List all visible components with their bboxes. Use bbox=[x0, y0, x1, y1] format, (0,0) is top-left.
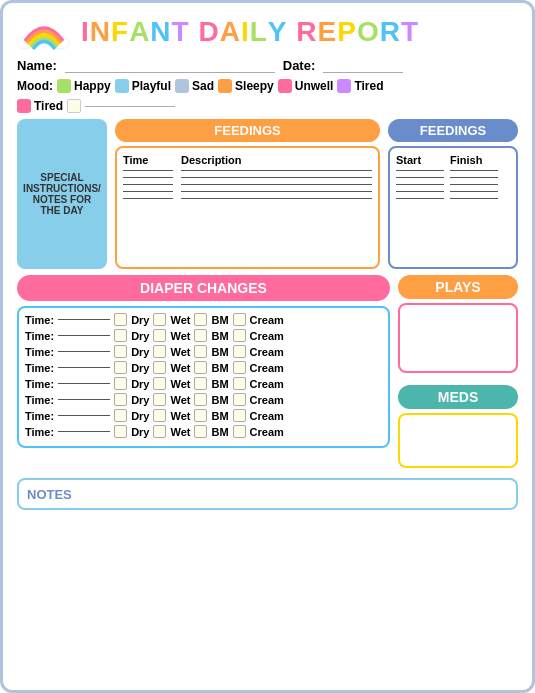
diaper-row-7: Time: Dry Wet BM Cream bbox=[25, 409, 382, 422]
diaper-dry-label-3: Dry bbox=[131, 346, 149, 358]
plays-box bbox=[398, 303, 518, 373]
diaper-dry-4[interactable] bbox=[114, 361, 127, 374]
mood-happy-label: Happy bbox=[74, 79, 111, 93]
feedings-desc-line-4 bbox=[181, 191, 372, 192]
date-input[interactable] bbox=[323, 57, 403, 73]
feedings-right-start-1 bbox=[396, 170, 444, 171]
diaper-wet-1[interactable] bbox=[153, 313, 166, 326]
mood-playful-label: Playful bbox=[132, 79, 171, 93]
feedings-left-header: FEEDINGS bbox=[115, 119, 380, 142]
diaper-wet-8[interactable] bbox=[153, 425, 166, 438]
mood-tired1-label: Tired bbox=[354, 79, 383, 93]
meds-section: MEDS bbox=[398, 385, 518, 468]
diaper-header: DIAPER CHANGES bbox=[17, 275, 390, 301]
feedings-right-header: FEEDINGS bbox=[388, 119, 518, 142]
diaper-cream-4[interactable] bbox=[233, 361, 246, 374]
diaper-wet-5[interactable] bbox=[153, 377, 166, 390]
diaper-wet-label-2: Wet bbox=[170, 330, 190, 342]
diaper-cream-2[interactable] bbox=[233, 329, 246, 342]
diaper-wet-7[interactable] bbox=[153, 409, 166, 422]
mood-playful: Playful bbox=[115, 79, 171, 93]
diaper-bm-label-2: BM bbox=[211, 330, 228, 342]
diaper-dry-label-4: Dry bbox=[131, 362, 149, 374]
diaper-wet-label-8: Wet bbox=[170, 426, 190, 438]
feedings-right-table: Start Finish bbox=[388, 146, 518, 269]
diaper-time-line-3 bbox=[58, 351, 110, 352]
diaper-wet-4[interactable] bbox=[153, 361, 166, 374]
diaper-dry-label-1: Dry bbox=[131, 314, 149, 326]
diaper-dry-6[interactable] bbox=[114, 393, 127, 406]
notes-label: NOTES bbox=[27, 487, 72, 502]
mood-happy-dot bbox=[57, 79, 71, 93]
feedings-right-row-2 bbox=[396, 177, 510, 178]
diaper-dry-8[interactable] bbox=[114, 425, 127, 438]
diaper-cream-7[interactable] bbox=[233, 409, 246, 422]
diaper-bm-2[interactable] bbox=[194, 329, 207, 342]
feedings-time-line-3 bbox=[123, 184, 173, 185]
diaper-time-line-6 bbox=[58, 399, 110, 400]
feedings-time-line-2 bbox=[123, 177, 173, 178]
diaper-time-label-8: Time: bbox=[25, 426, 54, 438]
mood-row2: Tired bbox=[17, 99, 518, 113]
name-input[interactable] bbox=[65, 57, 275, 73]
diaper-bm-8[interactable] bbox=[194, 425, 207, 438]
diaper-time-line-8 bbox=[58, 431, 110, 432]
diaper-bm-6[interactable] bbox=[194, 393, 207, 406]
diaper-time-line-1 bbox=[58, 319, 110, 320]
diaper-bm-7[interactable] bbox=[194, 409, 207, 422]
name-date-row: Name: Date: bbox=[17, 57, 518, 73]
diaper-cream-8[interactable] bbox=[233, 425, 246, 438]
diaper-time-label-3: Time: bbox=[25, 346, 54, 358]
name-label: Name: bbox=[17, 58, 57, 73]
diaper-dry-2[interactable] bbox=[114, 329, 127, 342]
mood-tired1-dot bbox=[337, 79, 351, 93]
diaper-bm-4[interactable] bbox=[194, 361, 207, 374]
diaper-cream-6[interactable] bbox=[233, 393, 246, 406]
diaper-dry-7[interactable] bbox=[114, 409, 127, 422]
diaper-cream-label-2: Cream bbox=[250, 330, 284, 342]
page: INFANT DAILY REPORT Name: Date: Mood: Ha… bbox=[0, 0, 535, 693]
diaper-cream-label-6: Cream bbox=[250, 394, 284, 406]
feedings-desc-line-3 bbox=[181, 184, 372, 185]
diaper-cream-5[interactable] bbox=[233, 377, 246, 390]
feedings-time-line-1 bbox=[123, 170, 173, 171]
mood-unwell-dot bbox=[278, 79, 292, 93]
diaper-dry-label-2: Dry bbox=[131, 330, 149, 342]
diaper-row-3: Time: Dry Wet BM Cream bbox=[25, 345, 382, 358]
diaper-bm-3[interactable] bbox=[194, 345, 207, 358]
diaper-bm-5[interactable] bbox=[194, 377, 207, 390]
diaper-time-label-4: Time: bbox=[25, 362, 54, 374]
plays-section: PLAYS bbox=[398, 275, 518, 373]
diaper-cream-label-5: Cream bbox=[250, 378, 284, 390]
feedings-right-start-4 bbox=[396, 191, 444, 192]
diaper-wet-label-7: Wet bbox=[170, 410, 190, 422]
feedings-right-col1: Start bbox=[396, 154, 444, 166]
diaper-dry-5[interactable] bbox=[114, 377, 127, 390]
diaper-time-label-1: Time: bbox=[25, 314, 54, 326]
feedings-right-row-5 bbox=[396, 198, 510, 199]
mood-unwell-label: Unwell bbox=[295, 79, 334, 93]
diaper-cream-1[interactable] bbox=[233, 313, 246, 326]
feedings-left-col2: Description bbox=[181, 154, 372, 166]
diaper-row-2: Time: Dry Wet BM Cream bbox=[25, 329, 382, 342]
diaper-cream-3[interactable] bbox=[233, 345, 246, 358]
diaper-time-label-2: Time: bbox=[25, 330, 54, 342]
mood-sleepy: Sleepy bbox=[218, 79, 274, 93]
diaper-wet-label-4: Wet bbox=[170, 362, 190, 374]
diaper-wet-2[interactable] bbox=[153, 329, 166, 342]
diaper-bm-label-5: BM bbox=[211, 378, 228, 390]
diaper-dry-1[interactable] bbox=[114, 313, 127, 326]
diaper-wet-label-3: Wet bbox=[170, 346, 190, 358]
diaper-bm-1[interactable] bbox=[194, 313, 207, 326]
feedings-left-col1: Time bbox=[123, 154, 173, 166]
feedings-left-table: Time Description bbox=[115, 146, 380, 269]
date-label: Date: bbox=[283, 58, 316, 73]
diaper-wet-6[interactable] bbox=[153, 393, 166, 406]
special-instructions-label: SPECIAL INSTRUCTIONS/ NOTES FOR THE DAY bbox=[23, 172, 101, 216]
diaper-time-line-4 bbox=[58, 367, 110, 368]
diaper-row-5: Time: Dry Wet BM Cream bbox=[25, 377, 382, 390]
mood-label: Mood: bbox=[17, 79, 53, 93]
diaper-dry-label-5: Dry bbox=[131, 378, 149, 390]
diaper-dry-3[interactable] bbox=[114, 345, 127, 358]
diaper-wet-3[interactable] bbox=[153, 345, 166, 358]
